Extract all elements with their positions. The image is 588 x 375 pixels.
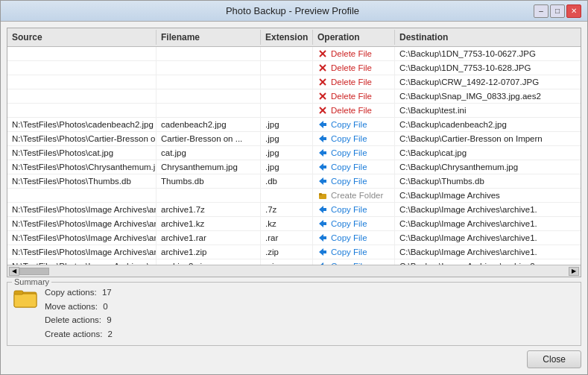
svg-marker-17 — [319, 206, 326, 213]
cell-filename: Thumbs.db — [157, 174, 261, 188]
cell-operation: Copy File — [313, 203, 395, 216]
table-row: N:\TestFiles\Photos\Image Archives\archi… — [7, 245, 581, 259]
summary-folder-icon — [13, 286, 37, 309]
operation-label: Delete File — [331, 92, 372, 101]
table-row: Create FolderC:\Backup\Image Archives — [7, 189, 581, 203]
cell-extension: .db — [261, 174, 313, 188]
cell-extension — [261, 104, 313, 117]
cell-filename: archive1.kz — [157, 217, 261, 230]
cell-source: N:\TestFiles\Photos\Cartier-Bresson on I… — [7, 132, 157, 145]
cell-filename: archive1.zip — [157, 245, 261, 259]
operation-label: Delete File — [331, 49, 372, 58]
table-header: Source Filename Extension Operation Dest… — [7, 28, 581, 47]
cell-extension — [261, 89, 313, 103]
cell-extension: .kz — [261, 217, 313, 230]
cell-extension — [261, 61, 313, 75]
cell-filename — [157, 89, 261, 103]
table-row: N:\TestFiles\Photos\Image Archives\archi… — [7, 259, 581, 265]
col-extension: Extension — [261, 30, 313, 45]
cell-operation: Copy File — [313, 146, 395, 160]
cell-operation: Copy File — [313, 259, 395, 265]
cell-filename — [157, 75, 261, 89]
table-body[interactable]: Delete FileC:\Backup\1DN_7753-10-0627.JP… — [7, 47, 581, 265]
cell-source — [7, 75, 157, 89]
cell-operation: Delete File — [313, 47, 395, 60]
cell-operation: Copy File — [313, 174, 395, 188]
copy-actions-label: Copy actions: — [45, 288, 97, 297]
cell-operation: Delete File — [313, 61, 395, 75]
delete-icon — [317, 105, 328, 116]
cell-filename: Chrysanthemum.jpg — [157, 160, 261, 174]
cell-source: N:\TestFiles\Photos\Chrysanthemum.jpg — [7, 160, 157, 174]
operation-label: Delete File — [331, 106, 372, 115]
cell-source: N:\TestFiles\Photos\Image Archives\archi… — [7, 231, 157, 245]
delete-actions-row: Delete actions: 9 — [45, 313, 113, 327]
operation-label: Delete File — [331, 78, 372, 86]
svg-rect-16 — [319, 193, 322, 195]
cell-destination: C:\Backup\Thumbs.db — [395, 174, 581, 188]
operation-label: Copy File — [331, 219, 367, 228]
cell-source: N:\TestFiles\Photos\cat.jpg — [7, 146, 157, 160]
table-row: N:\TestFiles\Photos\Cartier-Bresson on I… — [7, 132, 581, 146]
main-window: Photo Backup - Preview Profile – □ ✕ Sou… — [0, 0, 588, 375]
copy-icon — [317, 204, 328, 215]
cell-extension — [261, 189, 313, 202]
cell-destination: C:\Backup\1DN_7753-10-0627.JPG — [395, 47, 581, 60]
delete-actions-label: Delete actions: — [45, 315, 101, 324]
table-row: N:\TestFiles\Photos\Chrysanthemum.jpgChr… — [7, 160, 581, 174]
window-close-button[interactable]: ✕ — [566, 4, 581, 18]
cell-extension: .jpg — [261, 132, 313, 145]
col-source: Source — [7, 30, 157, 45]
cell-extension: .zip — [261, 245, 313, 259]
copy-icon — [317, 218, 328, 229]
cell-destination: C:\Backup\Image Archives\archive1. — [395, 217, 581, 230]
cell-operation: Create Folder — [313, 189, 395, 202]
table-row: Delete FileC:\Backup\Snap_IMG_0833.jpg.a… — [7, 89, 581, 104]
table-row: N:\TestFiles\Photos\cadenbeach2.jpgcaden… — [7, 118, 581, 132]
cell-extension: .zip — [261, 259, 313, 265]
operation-label: Copy File — [331, 163, 367, 171]
operation-label: Copy File — [331, 205, 367, 214]
cell-operation: Copy File — [313, 160, 395, 174]
hscroll-right[interactable]: ▶ — [569, 267, 579, 276]
operation-label: Copy File — [331, 134, 367, 143]
cell-source — [7, 189, 157, 202]
cell-filename — [157, 104, 261, 117]
horizontal-scrollbar[interactable]: ◀ ▶ — [7, 265, 581, 277]
delete-icon — [317, 77, 328, 87]
summary-box: Summary Copy actions: 17 Mo — [7, 282, 581, 346]
maximize-button[interactable]: □ — [550, 4, 565, 18]
operation-label: Copy File — [331, 177, 367, 186]
cell-source: N:\TestFiles\Photos\cadenbeach2.jpg — [7, 118, 157, 131]
cell-destination: C:\Backup\Image Archives\archive2. — [395, 259, 581, 265]
operation-label: Copy File — [331, 248, 367, 256]
cell-extension — [261, 47, 313, 60]
svg-marker-10 — [319, 121, 326, 128]
close-button[interactable]: Close — [527, 350, 581, 368]
hscroll-track[interactable] — [19, 268, 569, 275]
titlebar-buttons: – □ ✕ — [534, 4, 581, 18]
delete-icon — [317, 91, 328, 101]
cell-operation: Copy File — [313, 245, 395, 259]
copy-icon — [317, 133, 328, 144]
summary-section: Summary Copy actions: 17 Mo — [7, 282, 581, 346]
svg-marker-14 — [319, 177, 326, 185]
col-operation: Operation — [313, 30, 395, 45]
cell-filename: archive1.rar — [157, 231, 261, 245]
copy-icon — [317, 247, 328, 257]
operation-label: Create Folder — [331, 191, 383, 200]
cell-destination: C:\Backup\Image Archives — [395, 189, 581, 202]
cell-extension: .jpg — [261, 146, 313, 160]
table-row: Delete FileC:\Backup\1DN_7753-10-0627.JP… — [7, 47, 581, 61]
minimize-button[interactable]: – — [534, 4, 549, 18]
cell-extension: .7z — [261, 203, 313, 216]
table-row: N:\TestFiles\Photos\Image Archives\archi… — [7, 217, 581, 231]
hscroll-thumb[interactable] — [19, 268, 49, 275]
cell-filename: cadenbeach2.jpg — [157, 118, 261, 131]
delete-actions-value: 9 — [107, 315, 111, 324]
cell-filename: cat.jpg — [157, 146, 261, 160]
cell-source: N:\TestFiles\Photos\Image Archives\archi… — [7, 203, 157, 216]
hscroll-left[interactable]: ◀ — [9, 267, 19, 276]
copy-icon — [317, 162, 328, 172]
operation-label: Delete File — [331, 63, 372, 72]
